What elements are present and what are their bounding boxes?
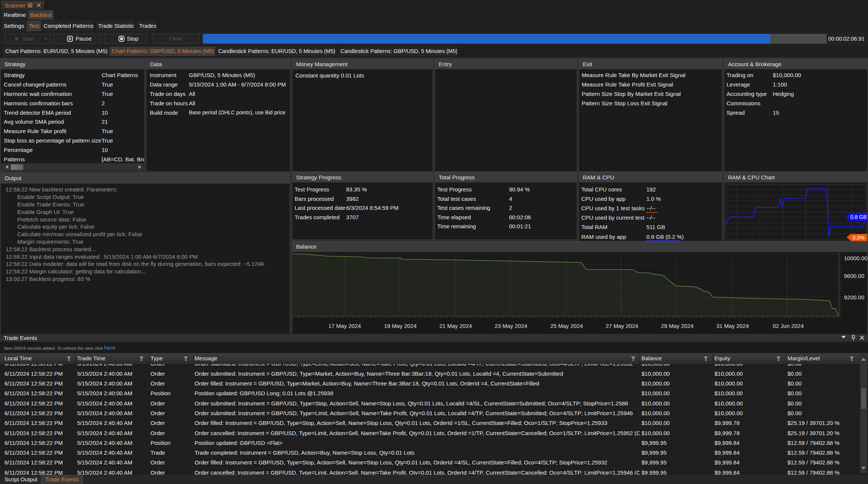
svg-text:0.8 GB: 0.8 GB bbox=[850, 214, 867, 220]
svg-text:0.0%: 0.0% bbox=[853, 235, 865, 241]
